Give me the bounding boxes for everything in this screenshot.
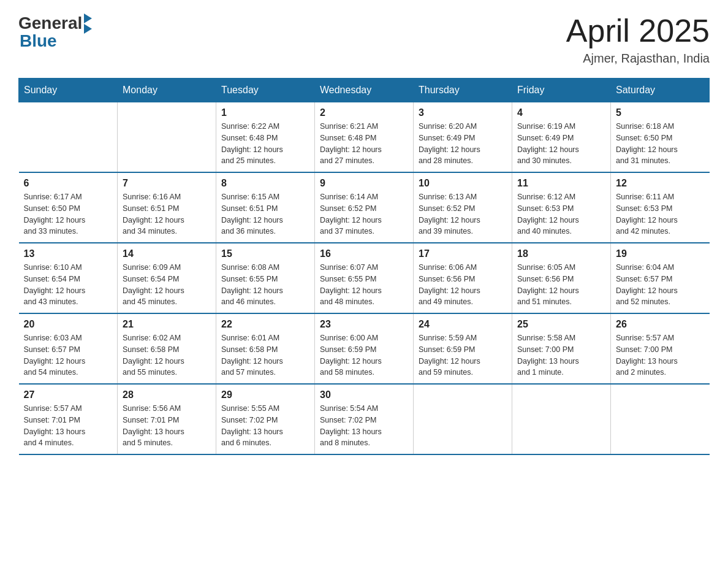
calendar-cell: 18Sunrise: 6:05 AM Sunset: 6:56 PM Dayli…	[512, 243, 611, 313]
day-info: Sunrise: 6:00 AM Sunset: 6:59 PM Dayligh…	[320, 332, 408, 378]
day-info: Sunrise: 6:22 AM Sunset: 6:48 PM Dayligh…	[221, 121, 309, 167]
month-title: April 2025	[566, 12, 710, 49]
calendar-cell: 17Sunrise: 6:06 AM Sunset: 6:56 PM Dayli…	[414, 243, 512, 313]
day-number: 7	[123, 178, 211, 189]
calendar-cell: 13Sunrise: 6:10 AM Sunset: 6:54 PM Dayli…	[19, 243, 118, 313]
calendar-cell: 1Sunrise: 6:22 AM Sunset: 6:48 PM Daylig…	[216, 102, 315, 173]
day-number: 22	[221, 319, 309, 330]
day-number: 24	[419, 319, 507, 330]
calendar-cell: 20Sunrise: 6:03 AM Sunset: 6:57 PM Dayli…	[19, 313, 118, 384]
calendar-cell: 28Sunrise: 5:56 AM Sunset: 7:01 PM Dayli…	[118, 384, 216, 454]
day-info: Sunrise: 6:11 AM Sunset: 6:53 PM Dayligh…	[616, 191, 705, 237]
calendar-cell: 23Sunrise: 6:00 AM Sunset: 6:59 PM Dayli…	[315, 313, 414, 384]
day-info: Sunrise: 6:09 AM Sunset: 6:54 PM Dayligh…	[123, 262, 211, 308]
day-number: 16	[320, 248, 408, 259]
day-number: 23	[320, 319, 408, 330]
calendar-cell: 19Sunrise: 6:04 AM Sunset: 6:57 PM Dayli…	[611, 243, 710, 313]
title-block: April 2025 Ajmer, Rajasthan, India	[566, 12, 710, 66]
day-info: Sunrise: 6:18 AM Sunset: 6:50 PM Dayligh…	[616, 121, 705, 167]
day-number: 13	[24, 248, 113, 259]
day-number: 26	[616, 319, 705, 330]
calendar-cell: 22Sunrise: 6:01 AM Sunset: 6:58 PM Dayli…	[216, 313, 315, 384]
calendar-cell	[118, 102, 216, 173]
day-number: 4	[517, 107, 605, 118]
calendar-cell: 26Sunrise: 5:57 AM Sunset: 7:00 PM Dayli…	[611, 313, 710, 384]
day-info: Sunrise: 6:14 AM Sunset: 6:52 PM Dayligh…	[320, 191, 408, 237]
day-number: 15	[221, 248, 309, 259]
day-number: 9	[320, 178, 408, 189]
calendar-cell: 5Sunrise: 6:18 AM Sunset: 6:50 PM Daylig…	[611, 102, 710, 173]
col-header-friday: Friday	[512, 79, 611, 102]
calendar-cell	[414, 384, 512, 454]
day-info: Sunrise: 6:07 AM Sunset: 6:55 PM Dayligh…	[320, 262, 408, 308]
calendar-cell: 9Sunrise: 6:14 AM Sunset: 6:52 PM Daylig…	[315, 172, 414, 243]
day-number: 5	[616, 107, 705, 118]
day-info: Sunrise: 5:58 AM Sunset: 7:00 PM Dayligh…	[517, 332, 605, 378]
col-header-wednesday: Wednesday	[315, 79, 414, 102]
logo: General Blue	[18, 12, 92, 51]
day-number: 21	[123, 319, 211, 330]
day-number: 10	[419, 178, 507, 189]
calendar-cell: 10Sunrise: 6:13 AM Sunset: 6:52 PM Dayli…	[414, 172, 512, 243]
calendar-cell: 8Sunrise: 6:15 AM Sunset: 6:51 PM Daylig…	[216, 172, 315, 243]
calendar-cell	[611, 384, 710, 454]
day-number: 18	[517, 248, 605, 259]
day-info: Sunrise: 5:56 AM Sunset: 7:01 PM Dayligh…	[123, 403, 211, 449]
col-header-thursday: Thursday	[414, 79, 512, 102]
calendar-cell: 25Sunrise: 5:58 AM Sunset: 7:00 PM Dayli…	[512, 313, 611, 384]
calendar-week-row: 1Sunrise: 6:22 AM Sunset: 6:48 PM Daylig…	[19, 102, 710, 173]
location: Ajmer, Rajasthan, India	[566, 52, 710, 66]
calendar-week-row: 13Sunrise: 6:10 AM Sunset: 6:54 PM Dayli…	[19, 243, 710, 313]
day-number: 19	[616, 248, 705, 259]
logo-blue-text: Blue	[20, 31, 57, 51]
day-number: 28	[123, 389, 211, 400]
day-number: 12	[616, 178, 705, 189]
day-number: 25	[517, 319, 605, 330]
calendar-cell: 3Sunrise: 6:20 AM Sunset: 6:49 PM Daylig…	[414, 102, 512, 173]
day-info: Sunrise: 6:13 AM Sunset: 6:52 PM Dayligh…	[419, 191, 507, 237]
page-header: General Blue April 2025 Ajmer, Rajasthan…	[18, 12, 710, 66]
day-info: Sunrise: 5:55 AM Sunset: 7:02 PM Dayligh…	[221, 403, 309, 449]
calendar-cell: 21Sunrise: 6:02 AM Sunset: 6:58 PM Dayli…	[118, 313, 216, 384]
calendar-cell: 27Sunrise: 5:57 AM Sunset: 7:01 PM Dayli…	[19, 384, 118, 454]
day-info: Sunrise: 5:57 AM Sunset: 7:00 PM Dayligh…	[616, 332, 705, 378]
day-info: Sunrise: 6:03 AM Sunset: 6:57 PM Dayligh…	[24, 332, 113, 378]
col-header-monday: Monday	[118, 79, 216, 102]
calendar-cell: 30Sunrise: 5:54 AM Sunset: 7:02 PM Dayli…	[315, 384, 414, 454]
day-number: 17	[419, 248, 507, 259]
calendar-cell: 24Sunrise: 5:59 AM Sunset: 6:59 PM Dayli…	[414, 313, 512, 384]
calendar-header-row: SundayMondayTuesdayWednesdayThursdayFrid…	[19, 79, 710, 102]
day-info: Sunrise: 6:04 AM Sunset: 6:57 PM Dayligh…	[616, 262, 705, 308]
day-number: 27	[24, 389, 113, 400]
day-info: Sunrise: 6:19 AM Sunset: 6:49 PM Dayligh…	[517, 121, 605, 167]
day-info: Sunrise: 6:12 AM Sunset: 6:53 PM Dayligh…	[517, 191, 605, 237]
calendar-cell: 15Sunrise: 6:08 AM Sunset: 6:55 PM Dayli…	[216, 243, 315, 313]
day-info: Sunrise: 5:54 AM Sunset: 7:02 PM Dayligh…	[320, 403, 408, 449]
day-number: 2	[320, 107, 408, 118]
calendar-cell: 29Sunrise: 5:55 AM Sunset: 7:02 PM Dayli…	[216, 384, 315, 454]
day-number: 30	[320, 389, 408, 400]
day-number: 6	[24, 178, 113, 189]
calendar-week-row: 27Sunrise: 5:57 AM Sunset: 7:01 PM Dayli…	[19, 384, 710, 454]
day-number: 3	[419, 107, 507, 118]
calendar-week-row: 6Sunrise: 6:17 AM Sunset: 6:50 PM Daylig…	[19, 172, 710, 243]
col-header-tuesday: Tuesday	[216, 79, 315, 102]
day-number: 11	[517, 178, 605, 189]
day-info: Sunrise: 6:21 AM Sunset: 6:48 PM Dayligh…	[320, 121, 408, 167]
day-info: Sunrise: 6:06 AM Sunset: 6:56 PM Dayligh…	[419, 262, 507, 308]
calendar-cell: 7Sunrise: 6:16 AM Sunset: 6:51 PM Daylig…	[118, 172, 216, 243]
day-info: Sunrise: 6:15 AM Sunset: 6:51 PM Dayligh…	[221, 191, 309, 237]
day-info: Sunrise: 6:01 AM Sunset: 6:58 PM Dayligh…	[221, 332, 309, 378]
day-info: Sunrise: 6:20 AM Sunset: 6:49 PM Dayligh…	[419, 121, 507, 167]
calendar-cell: 2Sunrise: 6:21 AM Sunset: 6:48 PM Daylig…	[315, 102, 414, 173]
logo-general-text: General	[18, 13, 82, 33]
calendar-cell	[19, 102, 118, 173]
day-info: Sunrise: 6:02 AM Sunset: 6:58 PM Dayligh…	[123, 332, 211, 378]
day-info: Sunrise: 6:17 AM Sunset: 6:50 PM Dayligh…	[24, 191, 113, 237]
calendar-cell: 6Sunrise: 6:17 AM Sunset: 6:50 PM Daylig…	[19, 172, 118, 243]
day-number: 20	[24, 319, 113, 330]
day-number: 1	[221, 107, 309, 118]
day-info: Sunrise: 6:08 AM Sunset: 6:55 PM Dayligh…	[221, 262, 309, 308]
calendar-cell: 11Sunrise: 6:12 AM Sunset: 6:53 PM Dayli…	[512, 172, 611, 243]
day-info: Sunrise: 6:10 AM Sunset: 6:54 PM Dayligh…	[24, 262, 113, 308]
